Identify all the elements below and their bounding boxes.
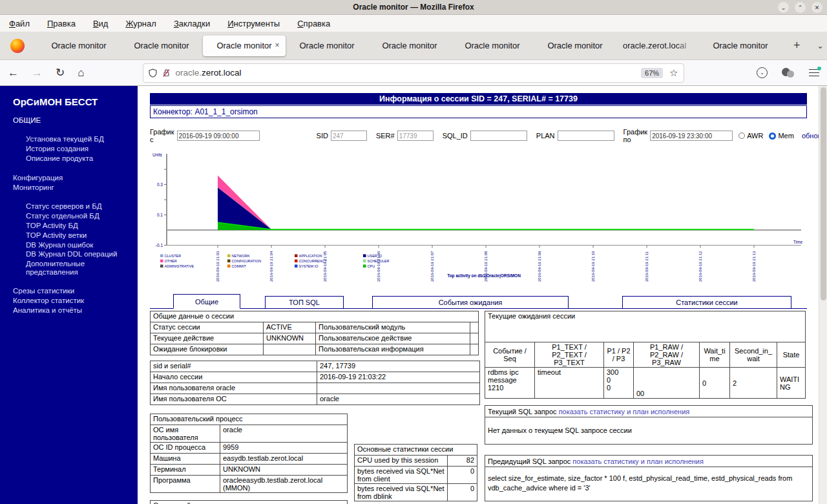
- tab-ТОП SQL[interactable]: ТОП SQL: [265, 296, 344, 309]
- sidebar-item[interactable]: Срезы статистики: [13, 287, 134, 295]
- menu-Журнал[interactable]: Журнал: [125, 19, 156, 28]
- lock-insecure-icon[interactable]: [162, 68, 171, 78]
- browser-tab[interactable]: Oracle monitor: [120, 36, 203, 56]
- current-sql-stats-link[interactable]: показать статистику и план исполнения: [559, 408, 690, 415]
- previous-sql-panel: Предидущий SQL запрос показать статистик…: [485, 455, 813, 501]
- home-button[interactable]: ⌂: [78, 67, 84, 79]
- tab-close-icon[interactable]: ×: [272, 41, 282, 51]
- sidebar-item[interactable]: История создания: [26, 145, 134, 152]
- menu-Вид[interactable]: Вид: [93, 19, 109, 28]
- sidebar-item[interactable]: DB Журнал ошибок: [26, 241, 134, 249]
- graph-from-input[interactable]: [177, 131, 260, 141]
- page-body: ОрСиМОН БЕССТ ОБЩИЕУстановка текущей БДИ…: [0, 86, 827, 504]
- previous-sql-stats-link[interactable]: показать статистику и план исполнения: [572, 457, 704, 465]
- reload-button[interactable]: ↻: [56, 66, 65, 79]
- svg-text:ADMINISTRATIVE: ADMINISTRATIVE: [165, 264, 194, 268]
- cell: UNKNOWN: [264, 333, 316, 344]
- minimize-button[interactable]: ⌄: [778, 2, 789, 13]
- sidebar-item[interactable]: Статус отдельной БД: [26, 212, 134, 220]
- sidebar-item[interactable]: Описание продукта: [26, 154, 134, 162]
- legend-swatch-CPU: [363, 265, 366, 268]
- column-header: P1_TEXT / P2_TEXT / P3_TEXT: [535, 342, 604, 368]
- cell: 2: [730, 368, 777, 399]
- svg-text:SYSTEM IO: SYSTEM IO: [299, 264, 319, 268]
- svg-text:USER IO: USER IO: [368, 254, 382, 258]
- window-titlebar[interactable]: Oracle monitor — Mozilla Firefox ⌄⌃✕: [0, 0, 827, 15]
- svg-text:Time: Time: [793, 240, 803, 244]
- sidebar-item[interactable]: Установка текущей БД: [26, 135, 134, 143]
- close-button[interactable]: ✕: [811, 2, 822, 13]
- url-text[interactable]: oracle.zerot.local: [176, 68, 242, 78]
- ser-input[interactable]: [397, 131, 434, 141]
- vertical-scrollbar[interactable]: [819, 86, 827, 504]
- graph-to-input[interactable]: [650, 131, 733, 141]
- sidebar-item[interactable]: DB Журнал DDL операций: [26, 250, 134, 258]
- cell: 00: [634, 368, 700, 399]
- current-sql-panel: Текущий SQL запрос показать статистику и…: [485, 405, 813, 445]
- menu-Файл[interactable]: Файл: [9, 19, 30, 28]
- menu-hamburger-icon[interactable]: [809, 69, 819, 77]
- forward-button[interactable]: →: [32, 67, 43, 79]
- tab-События ожидания[interactable]: События ожидания: [372, 296, 569, 309]
- session_general: Общие данные о сессииСтатус сессииACTIVE…: [150, 311, 479, 355]
- browser-tab-label: Oracle monitor: [299, 41, 354, 50]
- table-row: rdbms ipc message 1210timeout300 0 00002…: [485, 368, 806, 399]
- svg-text:0.1: 0.1: [157, 213, 163, 217]
- server_process: Серверный процесс: [150, 500, 348, 504]
- sidebar-item[interactable]: Мониторинг: [13, 184, 134, 191]
- account-icon[interactable]: [782, 67, 795, 78]
- browser-tab[interactable]: Oracle monitor: [699, 36, 782, 56]
- zoom-level-badge[interactable]: 67%: [641, 68, 663, 78]
- radio-AWR-circle[interactable]: [738, 132, 745, 139]
- sidebar-item[interactable]: Конфигурация: [13, 174, 134, 182]
- browser-tab[interactable]: Oracle monitor: [451, 36, 534, 56]
- browser-tab[interactable]: Oracle monitor×: [203, 36, 286, 56]
- browser-tab-label: Oracle monitor: [465, 41, 519, 50]
- browser-tab[interactable]: Oracle monitor: [286, 36, 368, 56]
- maximize-button[interactable]: ⌃: [795, 2, 806, 13]
- svg-text:2016-09-19 21:07: 2016-09-19 21:07: [430, 251, 434, 282]
- cell: Пользовательская информация: [316, 344, 470, 355]
- browser-tab[interactable]: oracle.zerot.local: [616, 36, 699, 56]
- radio-AWR-label: AWR: [747, 132, 763, 140]
- sidebar-item[interactable]: TOP Activity ветки: [26, 231, 134, 239]
- menu-Закладки[interactable]: Закладки: [174, 19, 210, 28]
- scrollbar-thumb[interactable]: [821, 87, 826, 300]
- radio-Mem[interactable]: Mem: [769, 132, 793, 140]
- sid-input[interactable]: [331, 131, 367, 141]
- pocket-icon[interactable]: ⌄: [757, 67, 768, 78]
- tab-Общие[interactable]: Общие: [173, 294, 240, 309]
- browser-tab[interactable]: Oracle monitor: [37, 36, 120, 56]
- shield-icon[interactable]: [149, 68, 157, 78]
- bookmark-star-icon[interactable]: ☆: [669, 67, 678, 79]
- sidebar-item[interactable]: TOP Activity БД: [26, 222, 134, 229]
- sidebar-title: ОрСиМОН БЕССТ: [13, 96, 134, 107]
- sidebar-item[interactable]: Дополнительные представления: [26, 260, 134, 276]
- legend-swatch-APPLICATION: [295, 255, 298, 258]
- back-button[interactable]: ←: [8, 67, 19, 79]
- menu-Правка[interactable]: Правка: [47, 19, 76, 28]
- sidebar-item[interactable]: Аналитика и отчёты: [13, 306, 134, 314]
- legend-swatch-OTHER: [160, 260, 163, 263]
- list-all-tabs-button[interactable]: ⌄: [817, 41, 824, 50]
- menu-Инструменты[interactable]: Инструменты: [227, 19, 280, 28]
- cell: 0: [448, 467, 477, 484]
- browser-tab[interactable]: Oracle monitor: [368, 36, 451, 56]
- browser-tab-label: oracle.zerot.local: [623, 41, 686, 50]
- sql-id-input[interactable]: [470, 131, 527, 141]
- new-tab-button[interactable]: +: [793, 39, 801, 52]
- tab-Статистики сессии[interactable]: Статистики сессии: [622, 296, 791, 309]
- browser-tab[interactable]: Oracle monitor: [534, 36, 616, 56]
- session_ids: sid и serial#247, 17739Начало сессии2016…: [150, 361, 480, 405]
- connector-link[interactable]: A01_1_1_orsimon: [194, 107, 257, 116]
- sidebar-item[interactable]: Статус серверов и БД: [26, 202, 134, 210]
- sidebar-item[interactable]: Коллектор статистик: [13, 297, 134, 304]
- cell: rdbms ipc message 1210: [485, 368, 535, 399]
- url-bar[interactable]: oracle.zerot.local 67% ☆: [143, 63, 684, 83]
- right-column: Текущие ожидания сессииСобытие / SeqP1_T…: [485, 311, 813, 504]
- radio-Mem-circle[interactable]: [769, 132, 776, 140]
- plan-input[interactable]: [558, 131, 614, 141]
- radio-AWR[interactable]: AWR: [738, 132, 763, 140]
- menu-Справка[interactable]: Справка: [297, 19, 330, 28]
- svg-text:APPLICATION: APPLICATION: [299, 254, 322, 258]
